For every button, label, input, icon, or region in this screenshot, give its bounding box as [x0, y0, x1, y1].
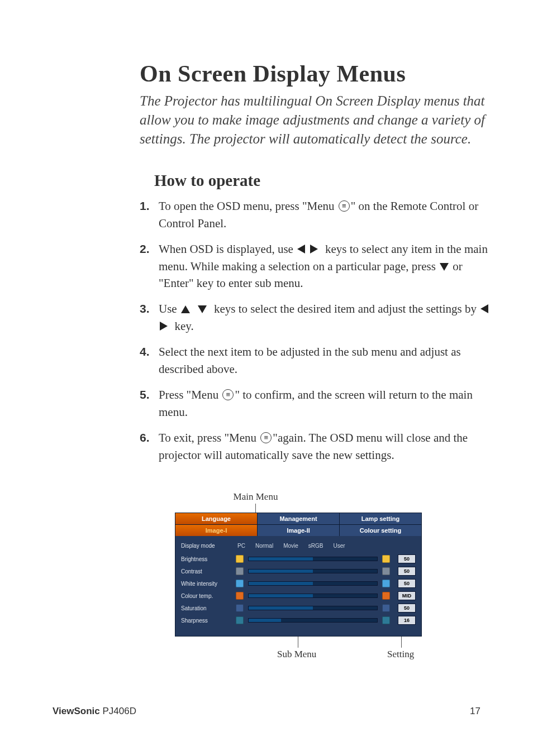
step-4: Select the next item to be adjusted in t…: [140, 343, 497, 377]
mode-movie: Movie: [283, 543, 298, 549]
saturation-icon: [382, 604, 390, 612]
osd-item-white-intensity: White intensity 50: [181, 579, 416, 588]
menu-icon: [222, 389, 234, 400]
sub-menu-tick: [298, 637, 298, 648]
osd-value: 50: [398, 604, 416, 613]
osd-label: White intensity: [181, 581, 232, 587]
contrast-icon: [382, 567, 390, 575]
osd-item-colour-temp: Colour temp. MID: [181, 591, 416, 600]
osd-diagram: Main Menu Language Management Lamp setti…: [175, 491, 421, 661]
step-3-text-b: keys to select the desired item and adju…: [211, 302, 480, 315]
slider-bar: [248, 557, 378, 561]
brightness-icon: [382, 555, 390, 563]
brightness-icon: [236, 555, 244, 563]
display-mode-label: Display mode: [181, 543, 232, 549]
arrow-up-icon: [181, 305, 190, 313]
step-3: Use keys to select the desired item and …: [140, 300, 497, 334]
footer: ViewSonic PJ406D: [53, 706, 136, 717]
osd-value: MID: [398, 591, 416, 600]
osd-value: 50: [398, 567, 416, 576]
slider-bar: [248, 606, 378, 610]
osd-item-sharpness: Sharpness 16: [181, 616, 416, 625]
sub-menu-label: Sub Menu: [277, 649, 316, 660]
step-1-text-a: To open the OSD menu, press "Menu: [159, 199, 337, 213]
mode-user: User: [334, 543, 345, 549]
arrow-right-icon: [310, 245, 318, 253]
osd-label: Colour temp.: [181, 593, 232, 599]
step-6-text-a: To exit, press "Menu: [159, 431, 259, 444]
slider-bar: [248, 618, 378, 623]
page-number: 17: [470, 706, 480, 717]
osd-item-contrast: Contrast 50: [181, 567, 416, 576]
sharpness-icon: [236, 616, 244, 624]
osd-display-mode-row: Display mode PC Normal Movie sRGB User: [181, 543, 416, 549]
osd-item-saturation: Saturation 50: [181, 604, 416, 613]
step-5: Press "Menu " to confirm, and the screen…: [140, 386, 497, 420]
arrow-down-icon: [440, 263, 449, 271]
mode-pc: PC: [237, 543, 245, 549]
step-3-text-c: key.: [172, 319, 193, 333]
step-5-text-a: Press "Menu: [159, 388, 221, 401]
section-heading: How to operate: [154, 171, 497, 190]
saturation-icon: [236, 604, 244, 612]
arrow-down-icon: [198, 305, 207, 313]
osd-value: 50: [398, 579, 416, 588]
mode-normal: Normal: [255, 543, 273, 549]
sharpness-icon: [382, 616, 390, 624]
mode-srgb: sRGB: [308, 543, 323, 549]
white-intensity-icon: [236, 580, 244, 587]
steps-list: To open the OSD menu, press "Menu " on t…: [140, 198, 497, 463]
slider-bar: [248, 569, 378, 573]
osd-tab-lamp-setting: Lamp setting: [340, 513, 421, 524]
osd-value: 16: [398, 616, 416, 625]
intro-text: The Projector has multilingual On Screen…: [140, 92, 497, 148]
footer-brand: ViewSonic: [53, 706, 100, 716]
main-menu-tick: [255, 504, 256, 513]
arrow-right-icon: [160, 322, 168, 331]
osd-window: Language Management Lamp setting Image-I…: [175, 513, 422, 637]
osd-value: 50: [398, 554, 416, 563]
footer-model: PJ406D: [100, 706, 136, 716]
colour-temp-icon: [382, 592, 390, 600]
osd-tab-image-1: Image-I: [175, 525, 258, 536]
osd-label: Brightness: [181, 556, 232, 562]
step-2: When OSD is displayed, use keys to selec…: [140, 241, 497, 291]
step-2-text-a: When OSD is displayed, use: [159, 242, 296, 256]
step-1: To open the OSD menu, press "Menu " on t…: [140, 198, 497, 232]
osd-label: Sharpness: [181, 618, 232, 624]
arrow-left-icon: [297, 245, 305, 253]
slider-bar: [248, 594, 378, 598]
slider-bar: [248, 581, 378, 586]
osd-item-brightness: Brightness 50: [181, 554, 416, 563]
menu-icon: [339, 200, 350, 212]
menu-icon: [260, 432, 272, 443]
osd-tab-image-2: Image-II: [258, 525, 340, 536]
main-menu-label: Main Menu: [215, 491, 296, 503]
osd-label: Contrast: [181, 568, 232, 575]
page-title: On Screen Display Menus: [140, 60, 497, 87]
contrast-icon: [236, 567, 244, 575]
colour-temp-icon: [236, 592, 244, 600]
step-6: To exit, press "Menu "again. The OSD men…: [140, 429, 497, 463]
white-intensity-icon: [382, 580, 390, 587]
setting-label: Setting: [387, 649, 414, 660]
osd-tab-management: Management: [258, 513, 340, 524]
osd-tab-colour-setting: Colour setting: [340, 525, 421, 536]
step-3-text-a: Use: [159, 302, 180, 315]
arrow-left-icon: [480, 304, 488, 313]
setting-tick: [401, 637, 402, 648]
osd-tab-language: Language: [175, 513, 258, 524]
osd-label: Saturation: [181, 605, 232, 611]
